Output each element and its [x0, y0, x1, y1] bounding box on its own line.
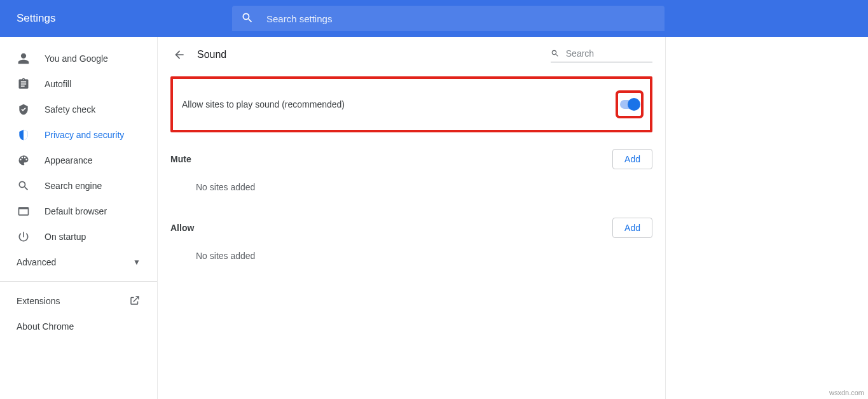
- advanced-label: Advanced: [17, 257, 56, 267]
- right-gutter: wsxdn.com: [666, 37, 868, 399]
- sidebar-item-autofill[interactable]: Autofill: [0, 71, 157, 97]
- sidebar-item-label: Appearance: [45, 155, 93, 165]
- sidebar-item-label: You and Google: [45, 53, 108, 64]
- sidebar-item-label: Default browser: [45, 206, 107, 216]
- sidebar-item-label: On startup: [45, 232, 86, 242]
- sidebar: You and Google Autofill Safety check Pri…: [0, 37, 158, 399]
- settings-title: Settings: [17, 12, 55, 25]
- page-search-input[interactable]: [565, 48, 652, 59]
- power-icon: [17, 230, 31, 244]
- page-title: Sound: [197, 49, 226, 60]
- header-search[interactable]: [232, 6, 665, 31]
- header-search-input[interactable]: [265, 13, 656, 25]
- clipboard-icon: [17, 77, 31, 91]
- sidebar-item-search-engine[interactable]: Search engine: [0, 173, 157, 199]
- sidebar-divider: [0, 281, 157, 282]
- sidebar-item-default-browser[interactable]: Default browser: [0, 199, 157, 224]
- top-header: Settings: [0, 0, 868, 37]
- page-search[interactable]: [551, 48, 652, 62]
- palette-icon: [17, 153, 31, 167]
- sidebar-item-label: Privacy and security: [45, 130, 124, 140]
- allow-title: Allow: [170, 223, 194, 233]
- external-link-icon: [129, 295, 141, 308]
- allow-sound-toggle[interactable]: [620, 100, 639, 109]
- allow-sound-toggle-highlight: [616, 90, 644, 118]
- page-header: Sound: [170, 46, 652, 64]
- sidebar-item-privacy-security[interactable]: Privacy and security: [0, 122, 157, 148]
- sidebar-about-chrome-link[interactable]: About Chrome: [0, 314, 157, 339]
- allow-sound-row: Allow sites to play sound (recommended): [170, 76, 652, 132]
- sidebar-item-label: Autofill: [45, 79, 71, 89]
- allow-empty-text: No sites added: [170, 251, 652, 261]
- shield-check-icon: [17, 102, 31, 116]
- search-icon: [241, 11, 254, 26]
- mute-empty-text: No sites added: [170, 182, 652, 192]
- search-icon: [551, 48, 560, 59]
- browser-icon: [17, 204, 31, 218]
- mute-title: Mute: [170, 154, 191, 164]
- mute-add-button[interactable]: Add: [612, 149, 652, 169]
- arrow-left-icon: [173, 48, 186, 61]
- back-button[interactable]: [170, 46, 188, 64]
- about-label: About Chrome: [17, 321, 74, 332]
- allow-sound-label: Allow sites to play sound (recommended): [182, 99, 345, 109]
- sidebar-item-on-startup[interactable]: On startup: [0, 224, 157, 249]
- mute-section-header: Mute Add: [170, 149, 652, 169]
- toggle-knob: [628, 98, 640, 111]
- sidebar-item-label: Safety check: [45, 104, 95, 115]
- allow-section-header: Allow Add: [170, 218, 652, 238]
- main-column: Sound Allow sites to play sound (recomme…: [157, 37, 666, 399]
- attribution-text: wsxdn.com: [829, 389, 864, 396]
- sidebar-item-appearance[interactable]: Appearance: [0, 148, 157, 173]
- content-card: Sound Allow sites to play sound (recomme…: [157, 37, 666, 399]
- allow-add-button[interactable]: Add: [612, 218, 652, 238]
- sidebar-item-label: Search engine: [45, 181, 102, 191]
- sidebar-advanced-toggle[interactable]: Advanced ▼: [0, 249, 157, 275]
- person-icon: [17, 52, 31, 66]
- sidebar-item-safety-check[interactable]: Safety check: [0, 97, 157, 122]
- sidebar-extensions-link[interactable]: Extensions: [0, 288, 157, 314]
- sidebar-item-you-and-google[interactable]: You and Google: [0, 46, 157, 71]
- search-icon: [17, 179, 31, 193]
- extensions-label: Extensions: [17, 296, 60, 306]
- chevron-down-icon: ▼: [133, 258, 141, 267]
- shield-icon: [17, 128, 31, 142]
